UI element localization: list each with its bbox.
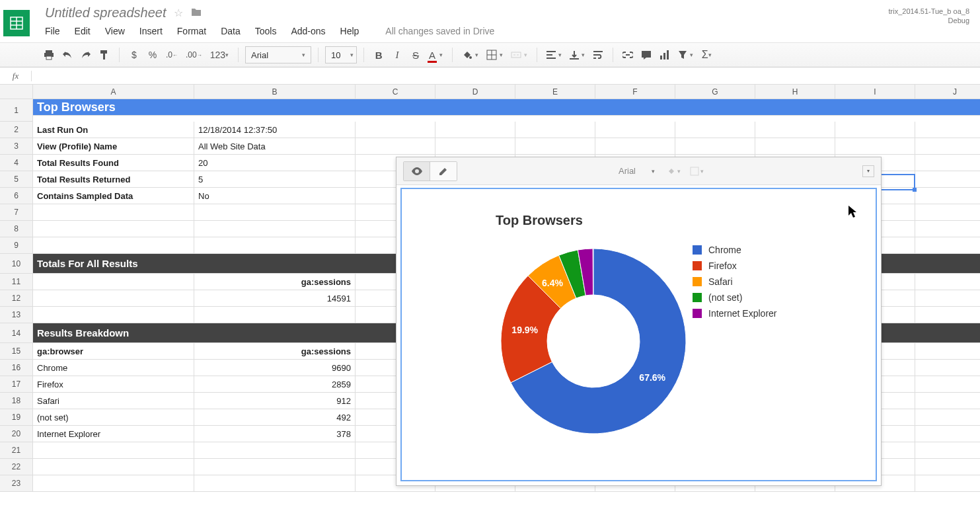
functions-icon[interactable]: Σ ▾ (698, 46, 714, 63)
menu-tools[interactable]: Tools (255, 26, 277, 36)
cell-A9[interactable] (33, 237, 194, 254)
cell-A13[interactable] (33, 307, 194, 323)
colhdr-A[interactable]: A (33, 85, 194, 99)
cell-J8[interactable] (915, 221, 980, 237)
menu-addons[interactable]: Add-ons (291, 26, 325, 36)
cell-A4[interactable]: Total Results Found (33, 155, 194, 171)
cell-B13[interactable] (194, 307, 356, 323)
menu-insert[interactable]: Insert (139, 26, 163, 36)
rowhdr-8[interactable]: 8 (0, 221, 33, 237)
text-wrap-icon[interactable] (590, 46, 606, 63)
cell-B21[interactable] (194, 442, 356, 459)
cell-C2[interactable] (356, 122, 435, 138)
rowhdr-22[interactable]: 22 (0, 459, 33, 475)
rowhdr-1[interactable]: 1 (0, 99, 33, 122)
cell-J15[interactable] (915, 343, 980, 360)
menu-data[interactable]: Data (221, 26, 241, 36)
cell-B18[interactable]: 912 (194, 393, 356, 409)
rowhdr-4[interactable]: 4 (0, 155, 33, 171)
cell-A5[interactable]: Total Results Returned (33, 171, 194, 188)
cell-A16[interactable]: Chrome (33, 360, 194, 376)
cell-A8[interactable] (33, 221, 194, 237)
more-formats-button[interactable]: 123 ▾ (207, 46, 231, 63)
cell-B8[interactable] (194, 221, 356, 237)
merge-cells-icon[interactable]: ▾ (508, 46, 530, 63)
menu-format[interactable]: Format (177, 26, 206, 36)
cell-E2[interactable] (515, 122, 595, 138)
cell-J19[interactable] (915, 409, 980, 426)
cell-I3[interactable] (835, 138, 915, 155)
cell-H2[interactable] (755, 122, 835, 138)
document-title[interactable]: Untitled spreadsheet (45, 5, 166, 20)
cell-B12[interactable]: 14591 (194, 290, 356, 307)
cell-A17[interactable]: Firefox (33, 376, 194, 393)
rowhdr-12[interactable]: 12 (0, 290, 33, 307)
redo-icon[interactable] (78, 46, 94, 63)
percent-button[interactable]: % (145, 46, 161, 63)
cell-J6[interactable] (915, 188, 980, 204)
cell-J21[interactable] (915, 442, 980, 459)
cell-J4[interactable] (915, 155, 980, 171)
cell-E3[interactable] (515, 138, 595, 155)
cell-B22[interactable] (194, 459, 356, 475)
cell-A11[interactable] (33, 274, 194, 290)
cell-J9[interactable] (915, 237, 980, 254)
colhdr-E[interactable]: E (515, 85, 595, 99)
cell-J3[interactable] (915, 138, 980, 155)
rowhdr-11[interactable]: 11 (0, 274, 33, 290)
cell-title[interactable]: Top Browsers (33, 99, 980, 116)
insert-comment-icon[interactable] (638, 46, 654, 63)
cell-J2[interactable] (915, 122, 980, 138)
chart-fill-color-icon[interactable]: ▾ (664, 163, 683, 180)
cell-G3[interactable] (675, 138, 755, 155)
colhdr-C[interactable]: C (356, 85, 435, 99)
cell-B7[interactable] (194, 204, 356, 221)
rowhdr-17[interactable]: 17 (0, 376, 33, 393)
cell-A3[interactable]: View (Profile) Name (33, 138, 194, 155)
folder-icon[interactable] (191, 7, 202, 19)
cell-A12[interactable] (33, 290, 194, 307)
chart-body[interactable]: Top Browsers 67.6%19.9%6.4% ChromeFirefo… (400, 188, 877, 481)
chart-font-select[interactable]: Arial▾ (613, 162, 660, 180)
rowhdr-9[interactable]: 9 (0, 237, 33, 254)
star-icon[interactable]: ☆ (174, 7, 183, 19)
cell-B19[interactable]: 492 (194, 409, 356, 426)
rowhdr-21[interactable]: 21 (0, 442, 33, 459)
chart-panel[interactable]: Arial▾ ▾ ▾ ▾ Top Browsers 67.6%19.9%6.4%… (396, 157, 882, 486)
currency-button[interactable]: $ (126, 46, 142, 63)
cell-B23[interactable] (194, 475, 356, 492)
cell-F3[interactable] (595, 138, 675, 155)
cell-J18[interactable] (915, 393, 980, 409)
cell-J12[interactable] (915, 290, 980, 307)
rowhdr-20[interactable]: 20 (0, 426, 33, 442)
text-color-button[interactable]: A ▾ (426, 46, 445, 63)
chart-menu-dropdown[interactable]: ▾ (862, 165, 874, 177)
cell-J22[interactable] (915, 459, 980, 475)
insert-link-icon[interactable] (620, 46, 636, 63)
rowhdr-18[interactable]: 18 (0, 393, 33, 409)
rowhdr-13[interactable]: 13 (0, 307, 33, 323)
cell-A18[interactable]: Safari (33, 393, 194, 409)
rowhdr-16[interactable]: 16 (0, 360, 33, 376)
undo-icon[interactable] (59, 46, 75, 63)
font-family-select[interactable]: Arial▾ (245, 46, 311, 63)
rowhdr-23[interactable]: 23 (0, 475, 33, 492)
rowhdr-2[interactable]: 2 (0, 122, 33, 138)
cell-B17[interactable]: 2859 (194, 376, 356, 393)
selection-handle-icon[interactable] (913, 188, 917, 192)
cell-A7[interactable] (33, 204, 194, 221)
cell-A2[interactable]: Last Run On (33, 122, 194, 138)
cell-B3[interactable]: All Web Site Data (194, 138, 356, 155)
colhdr-H[interactable]: H (755, 85, 835, 99)
bold-button[interactable]: B (371, 46, 387, 63)
cell-J16[interactable] (915, 360, 980, 376)
cell-H3[interactable] (755, 138, 835, 155)
cell-A6[interactable]: Contains Sampled Data (33, 188, 194, 204)
colhdr-B[interactable]: B (194, 85, 356, 99)
halign-icon[interactable]: ▾ (544, 46, 564, 63)
colhdr-F[interactable]: F (595, 85, 675, 99)
formula-input[interactable] (32, 71, 980, 81)
cell-A19[interactable]: (not set) (33, 409, 194, 426)
rowhdr-15[interactable]: 15 (0, 343, 33, 360)
cell-A20[interactable]: Internet Explorer (33, 426, 194, 442)
